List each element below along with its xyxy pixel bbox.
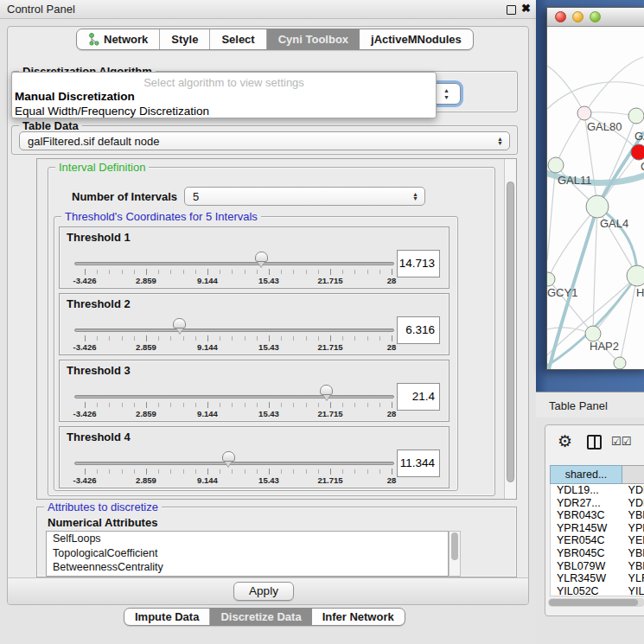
node-gal80[interactable] (577, 106, 591, 120)
table-row[interactable]: YBL079WYBL0 (551, 560, 644, 573)
list-item[interactable]: BetweennessCentrality (47, 560, 448, 575)
node-label-gcy1: GCY1 (547, 286, 577, 299)
tab-select[interactable]: Select (210, 29, 266, 49)
table-panel-titlebar: Table Panel (536, 392, 644, 418)
table-row[interactable]: YBR043CYBR0 (551, 509, 644, 522)
top-tab-bar: Network Style Select Cyni Toolbox jActiv… (76, 29, 474, 50)
table-data-combobox[interactable]: galFiltered.sif default node ▲▼ (19, 131, 510, 150)
table-rows: YDL19...YDL1 YDR27...YDR2 YBR043CYBR0 YP… (550, 484, 644, 596)
gear-icon[interactable]: ⚙ (558, 431, 572, 451)
control-panel-titlebar: Control Panel ✖ (0, 0, 536, 19)
tab-discretize-data[interactable]: Discretize Data (210, 609, 311, 625)
node-label-c: C (641, 160, 644, 173)
network-nodes[interactable] (547, 106, 644, 369)
node-h[interactable] (627, 265, 644, 286)
algorithm-option-equal-width[interactable]: Equal Width/Frequency Discretization (15, 105, 209, 118)
table-row[interactable]: YER054CYER0 (551, 534, 644, 547)
table-row[interactable]: YLR345WYLR3 (551, 572, 644, 585)
vertical-scrollbar[interactable] (504, 159, 516, 499)
tab-infer-network[interactable]: Infer Network (312, 609, 405, 625)
threshold-3-slider-thumb[interactable] (320, 385, 333, 395)
table-panel-frame: ⚙ ☑☑ shared... name YDL19...YDL1 YDR27..… (545, 424, 644, 616)
table-row[interactable]: YPR145WYPR1 (551, 522, 644, 535)
close-icon[interactable]: ✖ (521, 2, 531, 15)
node-gal4[interactable] (586, 195, 609, 218)
threshold-2-value-field[interactable]: 6.316 (397, 316, 440, 344)
threshold-1-panel: Threshold 1 -3.426 2.859 9.144 15.43 21.… (59, 226, 450, 289)
algorithm-option-manual[interactable]: Manual Discretization (15, 90, 135, 103)
tab-jactivemnodules[interactable]: jActiveMNodules (360, 29, 473, 49)
node-label-gal11: GAL11 (558, 174, 592, 187)
slider-ticks (85, 336, 392, 341)
node-selected-red[interactable] (631, 144, 644, 160)
stepper-arrows-icon: ▲▼ (443, 87, 450, 101)
network-canvas[interactable]: GAL80 GA C GAL11 GAL4 GCY1 H HAP2 (547, 27, 644, 369)
table-header: shared... name (550, 465, 644, 484)
threshold-2-panel: Threshold 2 -3.426 2.859 9.144 15.43 21.… (59, 293, 450, 355)
table-data-selected-value: galFiltered.sif default node (28, 135, 159, 148)
slider-ticks (85, 403, 392, 407)
table-row[interactable]: YDR27...YDR2 (551, 497, 644, 510)
table-panel-body: ⚙ ☑☑ shared... name YDL19...YDL1 YDR27..… (536, 418, 644, 644)
node-partial[interactable] (614, 357, 626, 369)
threshold-3-value-field[interactable]: 21.4 (397, 383, 440, 411)
close-traffic-light-icon[interactable] (555, 11, 566, 22)
number-of-intervals-label: Number of Intervals (72, 190, 177, 203)
table-row[interactable]: YIL052CYIL0 (551, 585, 644, 596)
network-window: GAL80 GA C GAL11 GAL4 GCY1 H HAP2 (546, 7, 644, 370)
attributes-group-title: Attributes to discretize (44, 501, 162, 513)
node-ga[interactable] (628, 108, 644, 124)
slider-ticks (85, 270, 392, 274)
apply-button[interactable]: Apply (233, 582, 294, 601)
table-row[interactable]: YBR045CYBR0 (551, 547, 644, 560)
tab-cyni-toolbox[interactable]: Cyni Toolbox (267, 29, 360, 49)
stepper-arrows-icon: ▲▼ (412, 192, 418, 201)
slider-ticks (85, 469, 392, 474)
bottom-tab-bar: Impute Data Discretize Data Infer Networ… (124, 608, 405, 626)
scrollbar-thumb[interactable] (507, 182, 514, 482)
algorithm-dropdown-popup: Select algorithm to view settings Manual… (11, 72, 437, 118)
node-label-hap2: HAP2 (590, 340, 619, 353)
algorithm-placeholder-option[interactable]: Select algorithm to view settings (12, 76, 436, 89)
attributes-scrollbar[interactable] (449, 531, 461, 577)
list-item[interactable]: SelfLoops (47, 532, 448, 546)
network-window-titlebar (547, 8, 644, 27)
threshold-1-value-field[interactable]: 14.713 (397, 250, 440, 277)
threshold-1-slider-thumb[interactable] (255, 252, 268, 262)
tab-impute-data[interactable]: Impute Data (124, 609, 210, 625)
table-data-group: Table Data galFiltered.sif default node … (11, 125, 518, 155)
column-header-shared-name[interactable]: shared... (550, 465, 622, 484)
column-header-name[interactable]: name (622, 465, 644, 484)
tab-style[interactable]: Style (160, 29, 210, 49)
node-label-h: H (636, 286, 644, 299)
horizontal-scrollbar[interactable] (548, 598, 644, 607)
node-label-gal80: GAL80 (587, 120, 622, 133)
threshold-4-value-field[interactable]: 11.344 (397, 450, 440, 477)
minimize-traffic-light-icon[interactable] (572, 11, 583, 22)
list-item[interactable]: TopologicalCoefficient (47, 546, 448, 561)
threshold-coordinates-title: Threshold's Coordinates for 5 Intervals (61, 210, 261, 223)
threshold-2-slider-thumb[interactable] (173, 318, 186, 328)
tab-network[interactable]: Network (77, 29, 160, 49)
node-gcy1[interactable] (547, 272, 555, 286)
zoom-traffic-light-icon[interactable] (590, 11, 601, 22)
table-panel-title: Table Panel (549, 399, 608, 412)
table-toolbar: ⚙ ☑☑ (545, 425, 644, 460)
numerical-attributes-label: Numerical Attributes (48, 516, 157, 529)
scrollbar-thumb[interactable] (451, 532, 458, 560)
node-table: shared... name YDL19...YDL1 YDR27...YDR2… (550, 465, 644, 596)
node-gal11[interactable] (548, 157, 564, 173)
threshold-4-slider-thumb[interactable] (222, 451, 235, 462)
threshold-4-panel: Threshold 4 -3.426 2.859 9.144 15.43 21.… (59, 426, 450, 488)
select-columns-icons[interactable]: ☑☑ (611, 435, 631, 448)
column-layout-icon[interactable] (587, 435, 602, 450)
float-window-icon[interactable] (507, 5, 516, 15)
stepper-arrows-icon: ▲▼ (497, 137, 503, 145)
network-graph: GAL80 GA C GAL11 GAL4 GCY1 H HAP2 (547, 27, 644, 369)
algorithm-combobox[interactable]: ▲▼ (435, 83, 461, 105)
scrollbar-thumb[interactable] (549, 599, 638, 606)
node-label-gal4: GAL4 (600, 217, 628, 230)
number-of-intervals-combobox[interactable]: 5 ▲▼ (184, 187, 425, 206)
table-row[interactable]: YDL19...YDL1 (551, 484, 644, 497)
numerical-attributes-list[interactable]: SelfLoops TopologicalCoefficient Between… (46, 531, 449, 577)
